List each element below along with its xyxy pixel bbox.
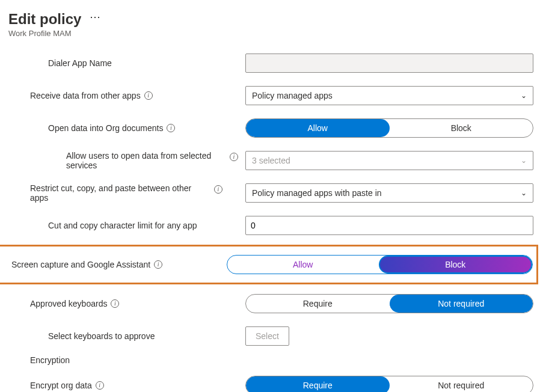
- screen-capture-block[interactable]: Block: [379, 256, 533, 274]
- open-data-label: Open data into Org documents: [48, 123, 163, 133]
- encryption-heading: Encryption: [30, 355, 533, 365]
- restrict-label: Restrict cut, copy, and paste between ot…: [30, 183, 210, 203]
- restrict-selected: Policy managed apps with paste in: [252, 188, 382, 198]
- info-icon[interactable]: i: [144, 91, 153, 100]
- info-icon[interactable]: i: [111, 299, 119, 308]
- info-icon[interactable]: i: [154, 260, 162, 269]
- keyboards-require[interactable]: Require: [246, 295, 390, 313]
- receive-label: Receive data from other apps: [30, 91, 141, 100]
- select-kb-label: Select keyboards to approve: [48, 331, 155, 341]
- more-actions-icon[interactable]: ⋯: [90, 10, 102, 23]
- screen-capture-toggle: Allow Block: [227, 255, 533, 274]
- encrypt-org-label: Encrypt org data: [30, 381, 92, 390]
- dialer-input[interactable]: [245, 54, 533, 73]
- open-data-allow[interactable]: Allow: [246, 119, 390, 137]
- select-keyboards-button[interactable]: Select: [245, 326, 289, 346]
- open-data-block[interactable]: Block: [390, 119, 533, 137]
- allow-services-dropdown[interactable]: 3 selected ⌄: [245, 151, 533, 170]
- open-data-toggle: Allow Block: [245, 118, 533, 138]
- cut-limit-input[interactable]: [245, 216, 533, 235]
- info-icon[interactable]: i: [230, 153, 238, 161]
- chevron-down-icon: ⌄: [521, 189, 527, 197]
- encrypt-org-not-required[interactable]: Not required: [390, 376, 533, 392]
- receive-dropdown[interactable]: Policy managed apps ⌄: [245, 86, 533, 105]
- info-icon[interactable]: i: [96, 381, 104, 390]
- keyboards-toggle: Require Not required: [245, 294, 533, 313]
- cut-limit-label: Cut and copy character limit for any app: [48, 221, 197, 230]
- page-title: Edit policy: [8, 11, 81, 28]
- screen-capture-allow[interactable]: Allow: [227, 256, 379, 274]
- chevron-down-icon: ⌄: [521, 156, 527, 165]
- receive-selected: Policy managed apps: [252, 91, 333, 100]
- highlighted-setting: Screen capture and Google Assistant i Al…: [0, 245, 538, 284]
- screen-capture-label: Screen capture and Google Assistant: [11, 260, 150, 269]
- encrypt-org-toggle: Require Not required: [245, 376, 533, 392]
- info-icon[interactable]: i: [214, 185, 222, 194]
- restrict-dropdown[interactable]: Policy managed apps with paste in ⌄: [245, 183, 533, 203]
- page-subtitle: Work Profile MAM: [8, 29, 533, 38]
- info-icon[interactable]: i: [167, 124, 175, 132]
- encrypt-org-require[interactable]: Require: [246, 376, 390, 392]
- allow-services-summary: 3 selected: [252, 156, 290, 165]
- keyboards-not-required[interactable]: Not required: [390, 295, 533, 313]
- dialer-label: Dialer App Name: [48, 58, 112, 68]
- keyboards-label: Approved keyboards: [30, 299, 107, 308]
- chevron-down-icon: ⌄: [521, 91, 527, 100]
- allow-services-label: Allow users to open data from selected s…: [66, 151, 226, 170]
